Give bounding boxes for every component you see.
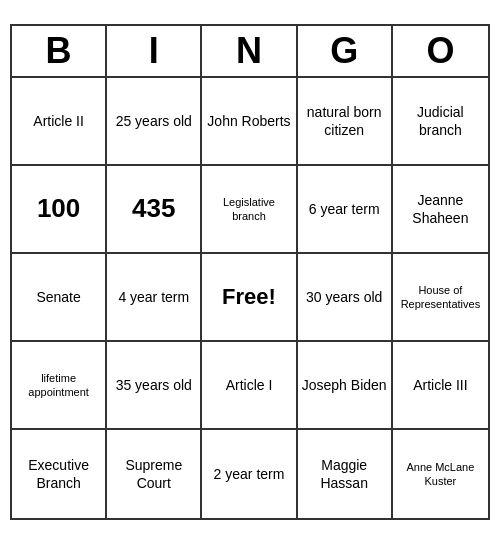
bingo-header: BINGO (12, 26, 488, 78)
bingo-cell: John Roberts (202, 78, 297, 166)
bingo-cell: Free! (202, 254, 297, 342)
bingo-cell: Judicial branch (393, 78, 488, 166)
bingo-cell: 30 years old (298, 254, 393, 342)
bingo-cell: natural born citizen (298, 78, 393, 166)
bingo-cell: Article III (393, 342, 488, 430)
bingo-cell: Jeanne Shaheen (393, 166, 488, 254)
bingo-grid: Article II25 years oldJohn Robertsnatura… (12, 78, 488, 518)
bingo-cell: 4 year term (107, 254, 202, 342)
bingo-cell: Executive Branch (12, 430, 107, 518)
bingo-cell: Senate (12, 254, 107, 342)
bingo-cell: Supreme Court (107, 430, 202, 518)
bingo-cell: Anne McLane Kuster (393, 430, 488, 518)
bingo-cell: 100 (12, 166, 107, 254)
bingo-header-letter: B (12, 26, 107, 76)
bingo-cell: lifetime appointment (12, 342, 107, 430)
bingo-cell: Joseph Biden (298, 342, 393, 430)
bingo-header-letter: O (393, 26, 488, 76)
bingo-cell: 35 years old (107, 342, 202, 430)
bingo-cell: 25 years old (107, 78, 202, 166)
bingo-cell: Legislative branch (202, 166, 297, 254)
bingo-cell: 6 year term (298, 166, 393, 254)
bingo-card: BINGO Article II25 years oldJohn Roberts… (10, 24, 490, 520)
bingo-cell: Maggie Hassan (298, 430, 393, 518)
bingo-header-letter: I (107, 26, 202, 76)
bingo-cell: Article I (202, 342, 297, 430)
bingo-cell: 435 (107, 166, 202, 254)
bingo-cell: House of Representatives (393, 254, 488, 342)
bingo-cell: Article II (12, 78, 107, 166)
bingo-cell: 2 year term (202, 430, 297, 518)
bingo-header-letter: G (298, 26, 393, 76)
bingo-header-letter: N (202, 26, 297, 76)
